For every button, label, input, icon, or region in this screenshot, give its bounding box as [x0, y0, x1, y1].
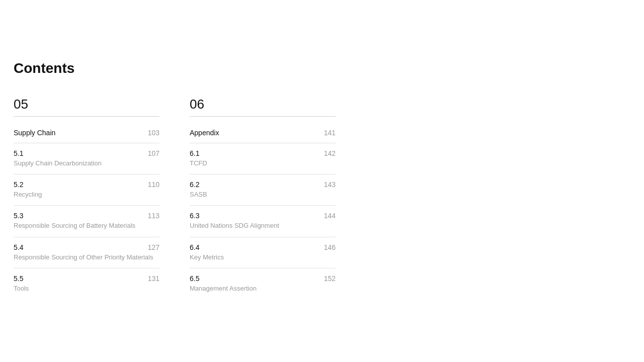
entry-5-3-number: 5.3	[14, 212, 23, 220]
entry-6-5: 6.5 152 Management Assertion	[190, 268, 336, 299]
entry-5-5-number: 5.5	[14, 275, 23, 283]
section-number-06: 06	[190, 97, 336, 112]
entry-5-5-title: Tools	[14, 284, 159, 293]
entry-6-4-header: 6.4 146	[190, 243, 336, 251]
entry-6-1-title: TCFD	[190, 159, 336, 168]
entry-6-2-header: 6.2 143	[190, 180, 336, 189]
entry-5-2-page: 110	[148, 180, 159, 189]
entry-6-4-number: 6.4	[190, 243, 199, 251]
entry-5-4: 5.4 127 Responsible Sourcing of Other Pr…	[14, 237, 159, 268]
entry-5-3-page: 113	[148, 212, 159, 220]
column-05: 05 Supply Chain 103 5.1 107 Supply Chain…	[14, 97, 159, 299]
entry-5-3-title: Responsible Sourcing of Battery Material…	[14, 221, 159, 230]
entry-5-1-header: 5.1 107	[14, 149, 159, 157]
chapter-name-appendix: Appendix	[190, 129, 219, 137]
chapter-page-appendix: 141	[324, 129, 336, 137]
entry-5-4-header: 5.4 127	[14, 243, 159, 251]
chapter-name-supply-chain: Supply Chain	[14, 129, 55, 137]
entry-5-5-header: 5.5 131	[14, 275, 159, 283]
entry-6-2-number: 6.2	[190, 180, 199, 189]
entry-5-3-header: 5.3 113	[14, 212, 159, 220]
page-container: Contents 05 Supply Chain 103 5.1 107 Sup…	[0, 0, 644, 299]
entry-5-1-number: 5.1	[14, 149, 23, 157]
entry-5-2-title: Recycling	[14, 190, 159, 199]
entry-5-5: 5.5 131 Tools	[14, 268, 159, 299]
entry-5-1: 5.1 107 Supply Chain Decarbonization	[14, 143, 159, 174]
entry-6-4: 6.4 146 Key Metrics	[190, 237, 336, 268]
chapter-page-supply-chain: 103	[148, 129, 159, 137]
columns-container: 05 Supply Chain 103 5.1 107 Supply Chain…	[14, 97, 644, 299]
entry-5-1-title: Supply Chain Decarbonization	[14, 159, 159, 168]
divider-top-06	[190, 116, 336, 117]
entry-5-2: 5.2 110 Recycling	[14, 174, 159, 206]
entry-6-3: 6.3 144 United Nations SDG Alignment	[190, 206, 336, 237]
entry-6-2-page: 143	[324, 180, 336, 189]
entry-6-4-title: Key Metrics	[190, 253, 336, 262]
entry-5-5-page: 131	[148, 275, 159, 283]
chapter-supply-chain: Supply Chain 103	[14, 123, 159, 143]
entry-6-1-header: 6.1 142	[190, 149, 336, 157]
entry-5-2-number: 5.2	[14, 180, 23, 189]
entry-5-3: 5.3 113 Responsible Sourcing of Battery …	[14, 206, 159, 237]
entry-5-1-page: 107	[148, 149, 159, 157]
section-number-05: 05	[14, 97, 159, 112]
entry-6-3-header: 6.3 144	[190, 212, 336, 220]
column-06: 06 Appendix 141 6.1 142 TCFD 6.2 143 SAS…	[190, 97, 336, 299]
entry-6-5-header: 6.5 152	[190, 275, 336, 283]
chapter-appendix: Appendix 141	[190, 123, 336, 143]
entry-6-3-page: 144	[324, 212, 336, 220]
entry-6-2-title: SASB	[190, 190, 336, 199]
entry-6-2: 6.2 143 SASB	[190, 174, 336, 206]
entry-6-1: 6.1 142 TCFD	[190, 143, 336, 174]
entry-5-2-header: 5.2 110	[14, 180, 159, 189]
entry-6-1-page: 142	[324, 149, 336, 157]
entry-5-4-title: Responsible Sourcing of Other Priority M…	[14, 253, 159, 262]
entry-6-4-page: 146	[324, 243, 336, 251]
entry-5-4-number: 5.4	[14, 243, 23, 251]
entry-5-4-page: 127	[148, 243, 159, 251]
divider-top-05	[14, 116, 159, 117]
entry-6-5-number: 6.5	[190, 275, 199, 283]
page-title: Contents	[14, 60, 644, 76]
entry-6-3-title: United Nations SDG Alignment	[190, 221, 336, 230]
entry-6-3-number: 6.3	[190, 212, 199, 220]
entry-6-5-page: 152	[324, 275, 336, 283]
entry-6-5-title: Management Assertion	[190, 284, 336, 293]
entry-6-1-number: 6.1	[190, 149, 199, 157]
